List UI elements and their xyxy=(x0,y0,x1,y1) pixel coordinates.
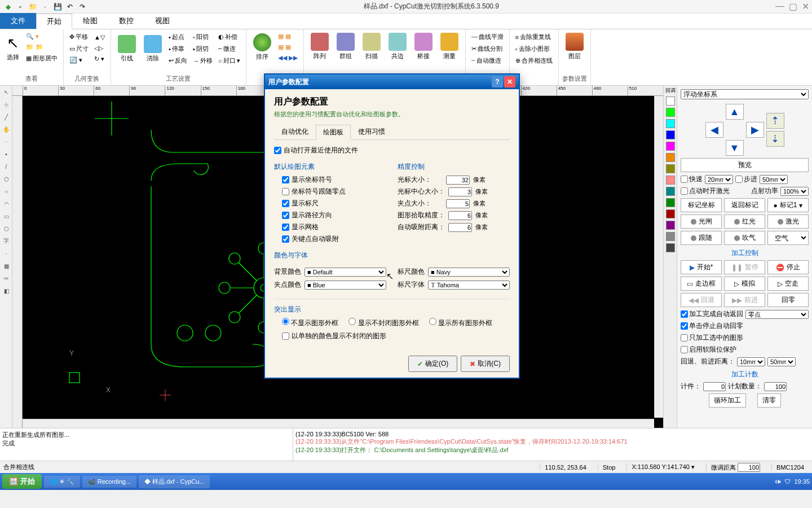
scrollbar-h[interactable] xyxy=(23,419,654,428)
rotate-icon[interactable]: ↻ ▾ xyxy=(92,54,107,64)
save-icon[interactable]: 💾 xyxy=(52,2,63,12)
sort-opt2-icon[interactable]: ▦ ▦ xyxy=(276,42,300,52)
tool-line-icon[interactable]: ╱ xyxy=(1,111,12,122)
tool-circle-icon[interactable]: ○ xyxy=(1,186,12,197)
layer-color[interactable] xyxy=(666,130,675,139)
tab-habit[interactable]: 使用习惯 xyxy=(351,124,392,139)
gas-select[interactable]: 空气 xyxy=(767,231,809,245)
array-button[interactable]: 阵列 xyxy=(307,32,332,62)
undo-icon[interactable]: ↶ xyxy=(65,2,75,12)
cursor-center-input[interactable] xyxy=(448,187,472,196)
ok-button[interactable]: ✔ 确定(O) xyxy=(408,356,457,372)
arrow-left-button[interactable]: ◀ xyxy=(705,122,723,138)
close-icon[interactable]: ✕ xyxy=(802,1,809,12)
ruler-font-select[interactable]: 𝕋 Tahoma xyxy=(428,281,510,290)
zero-button[interactable]: 回零 xyxy=(767,293,809,307)
return-mark-button[interactable]: 返回标记 xyxy=(724,198,765,212)
power-select[interactable]: 100% xyxy=(780,187,809,196)
redo-icon[interactable]: ↷ xyxy=(77,2,87,12)
help-icon[interactable]: ? xyxy=(492,76,503,87)
tool-text-icon[interactable]: 字 xyxy=(1,235,12,247)
layer-color[interactable] xyxy=(666,209,675,218)
layer-color[interactable] xyxy=(666,243,675,252)
pan-tool-icon[interactable]: 📁 📁 xyxy=(24,42,60,52)
show-pathdir-check[interactable] xyxy=(282,212,289,219)
bg-color-select[interactable]: ■ Default xyxy=(304,268,386,277)
bridge-button[interactable]: 桥接 xyxy=(411,32,436,62)
sort-nav-icon[interactable]: ◀◀ ▶▶ xyxy=(276,53,300,63)
tool-hand-icon[interactable]: ✋ xyxy=(1,124,12,135)
axis-follow-check[interactable] xyxy=(282,188,289,195)
common-button[interactable]: 共边 xyxy=(385,32,410,62)
tool-polygon-icon[interactable]: ⬠ xyxy=(1,223,12,234)
laser-click-check[interactable]: 点动时开激光 xyxy=(681,186,730,196)
step-select[interactable]: 50mm xyxy=(760,175,788,184)
ruler-color-select[interactable]: ■ Navy xyxy=(428,268,510,277)
mirror-h-icon[interactable]: ▲▽ xyxy=(92,33,107,42)
task-item[interactable]: ◆ 样品.dxf - CypCu... xyxy=(139,475,210,488)
tool-dot-icon[interactable]: • xyxy=(1,148,12,160)
tray-icon[interactable]: 🕪 xyxy=(775,478,781,485)
layer-color[interactable] xyxy=(666,187,675,196)
auto-open-check[interactable] xyxy=(274,147,281,154)
backdist-select[interactable]: 10mm xyxy=(737,357,765,366)
cancel-button[interactable]: ✖ 取消(C) xyxy=(461,356,510,372)
tool-pointer-icon[interactable]: ↖ xyxy=(1,86,12,98)
backspeed-select[interactable]: 50mm/s xyxy=(767,357,796,366)
layer-color[interactable] xyxy=(666,232,675,241)
frame-button[interactable]: ▭ 走边框 xyxy=(681,277,722,291)
minimize-icon[interactable]: — xyxy=(775,1,784,12)
layer-color[interactable] xyxy=(666,221,675,230)
layer-color[interactable] xyxy=(666,142,675,151)
tool-arc-icon[interactable]: ◠ xyxy=(1,198,12,209)
tab-draw[interactable]: 绘图 xyxy=(72,13,108,29)
scan-button[interactable]: 扫描 xyxy=(359,32,384,62)
zoom-tool-icon[interactable]: 🔍 ▾ xyxy=(24,32,60,41)
grip-color-select[interactable]: ■ Blue xyxy=(304,281,386,290)
z-up-button[interactable]: ⇡ xyxy=(766,113,784,129)
maximize-icon[interactable]: ▢ xyxy=(789,1,797,12)
preview-button[interactable]: 预览 xyxy=(681,158,809,172)
tool-node-icon[interactable]: ⊹ xyxy=(1,99,12,110)
clear-button[interactable]: 清除 xyxy=(140,34,165,64)
new-icon[interactable]: ▫ xyxy=(15,2,25,12)
redlight-button[interactable]: 红光 xyxy=(724,214,765,229)
tool-misc-icon[interactable]: ◧ xyxy=(1,285,12,296)
scrollbar-v[interactable] xyxy=(654,96,663,418)
lead-button[interactable]: 引线 xyxy=(114,34,139,64)
autoreturn-select[interactable]: 零点 xyxy=(745,310,809,319)
layer-color[interactable] xyxy=(666,176,675,185)
auto-snap-check[interactable] xyxy=(282,235,289,243)
layer-color[interactable] xyxy=(666,119,675,128)
radio-openframe[interactable]: 显示不封闭图形外框 xyxy=(348,318,418,328)
plan-input[interactable] xyxy=(764,382,787,391)
startpoint-button[interactable]: • 起点 xyxy=(166,32,189,42)
mark-coord-button[interactable]: 标记坐标 xyxy=(681,198,722,212)
cursor-size-input[interactable] xyxy=(446,176,470,185)
tab-nc[interactable]: 数控 xyxy=(108,13,144,29)
mirror-v-icon[interactable]: ◁▷ xyxy=(92,43,107,53)
task-item[interactable]: 📹 Recording... xyxy=(82,476,136,488)
group-button[interactable]: 群组 xyxy=(333,32,358,62)
tool-seg-icon[interactable]: / xyxy=(1,161,12,172)
reverse-button[interactable]: ↩ 反向 xyxy=(166,55,189,66)
fast-select[interactable]: 20mm/s xyxy=(705,175,733,184)
tool-poly-icon[interactable]: ⬡ xyxy=(1,173,12,185)
dry-button[interactable]: ▷ 空走 xyxy=(767,277,809,291)
autoseg-button[interactable]: ┈ 自动微连 xyxy=(469,55,506,66)
split-button[interactable]: ✂ 曲线分割 xyxy=(469,43,506,54)
tool-rect-icon[interactable]: ▭ xyxy=(1,211,12,222)
step-check[interactable]: 步进 xyxy=(735,174,757,184)
fwd-button[interactable]: ▶▶ 前进 xyxy=(724,293,765,307)
show-grid-check[interactable] xyxy=(282,224,289,231)
loop-button[interactable]: 循环加工 xyxy=(709,393,746,408)
tab-auto-opt[interactable]: 自动优化 xyxy=(274,124,316,139)
layer-color[interactable] xyxy=(666,153,675,162)
count-input[interactable] xyxy=(703,382,726,391)
coord-system-select[interactable]: 浮动坐标系 xyxy=(681,89,809,99)
sort-opt1-icon[interactable]: ▦ ▦ xyxy=(276,32,300,41)
pick-precision-input[interactable] xyxy=(448,211,472,220)
autozero-check[interactable]: 单击停止自动回零 xyxy=(681,321,743,331)
yin-button[interactable]: ▪ 阴切 xyxy=(191,43,215,54)
status-xy[interactable]: X:110.580 Y:141.740 ▾ xyxy=(626,463,699,471)
